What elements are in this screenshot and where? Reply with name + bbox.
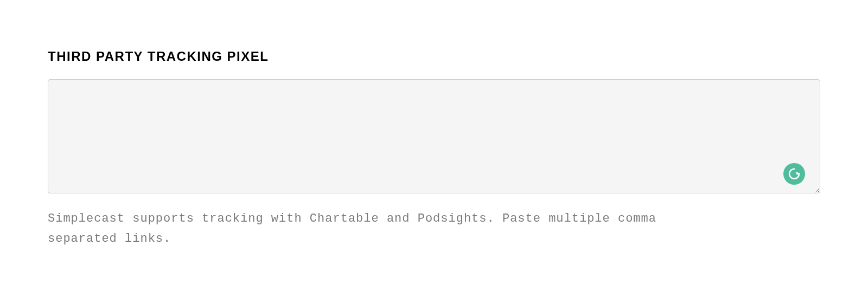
grammarly-g-icon bbox=[788, 167, 801, 180]
tracking-pixel-field-group: THIRD PARTY TRACKING PIXEL Simplecast su… bbox=[48, 49, 820, 249]
tracking-pixel-input[interactable] bbox=[48, 79, 820, 193]
tracking-pixel-label: THIRD PARTY TRACKING PIXEL bbox=[48, 49, 820, 64]
grammarly-icon[interactable] bbox=[783, 163, 805, 185]
textarea-wrapper bbox=[48, 79, 820, 196]
tracking-pixel-help-text: Simplecast supports tracking with Charta… bbox=[48, 209, 661, 249]
